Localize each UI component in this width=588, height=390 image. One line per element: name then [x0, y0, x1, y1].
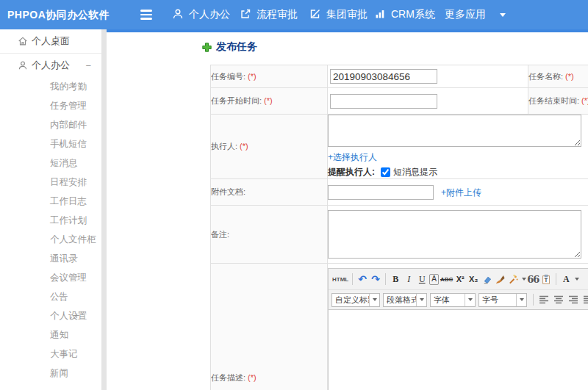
nav-item-workflow-approval[interactable]: 流程审批: [240, 0, 298, 29]
edit-square-icon: [309, 8, 321, 22]
note-label-cell: 备注:: [211, 206, 328, 264]
nav-item-personal-office[interactable]: 个人办公: [172, 0, 230, 29]
sms-remind-checkbox[interactable]: [381, 167, 390, 177]
description-label-cell: 任务描述:(*): [211, 264, 328, 390]
sidebar-item-personal-desktop[interactable]: 个人桌面: [0, 29, 101, 54]
dropdown-caret-icon: [516, 294, 526, 306]
editor-content-area[interactable]: [329, 310, 588, 390]
required-mark: (*): [248, 373, 257, 382]
dropdown-caret-icon: [416, 294, 426, 306]
top-nav: PHPOA协同办公软件 个人办公 流程审批: [0, 0, 588, 29]
task-form-table: 任务编号:(*) 任务名称:(*) 任务开始时间:(*) 任务结束时间:: [210, 65, 588, 390]
strikethrough-button[interactable]: ABC: [440, 272, 453, 286]
sidebar-item-personal-office[interactable]: 个人办公 −: [0, 54, 101, 77]
sidebar-item-mobile-sms[interactable]: 手机短信: [0, 134, 101, 154]
blockquote-button[interactable]: 66: [527, 272, 539, 286]
content-panel: 发布任务 任务编号:(*) 任务名称:(*) 任务开始时间:(*): [107, 29, 588, 390]
executor-field-cell: +选择执行人 提醒执行人: 短消息提示: [328, 115, 588, 179]
sidebar-item-internal-mail[interactable]: 内部邮件: [0, 115, 101, 134]
form-row-description: 任务描述:(*) HTML ↶ ↷ B I U: [211, 264, 588, 390]
font-color-button[interactable]: A: [560, 272, 572, 286]
page-title: 发布任务: [202, 40, 257, 54]
sidebar-item-personal-file-cabinet[interactable]: 个人文件柜: [0, 230, 101, 249]
align-justify-icon[interactable]: [583, 295, 588, 304]
font-size-dropdown[interactable]: 字号: [478, 293, 527, 307]
dropdown-label: 自定义标题: [332, 295, 369, 306]
sidebar: 个人桌面 个人办公 − 我的考勤 任务管理 内部邮件 手机短信 短消息 日程安排…: [0, 29, 101, 390]
subscript-button[interactable]: X₂: [467, 272, 479, 286]
note-textarea[interactable]: [328, 210, 581, 259]
required-mark: (*): [264, 96, 273, 105]
nav-item-group-approval[interactable]: 集团审批: [309, 0, 368, 29]
font-color-caret-icon[interactable]: [575, 278, 579, 281]
sidebar-item-major-events[interactable]: 大事记: [0, 344, 101, 364]
required-mark: (*): [240, 142, 248, 151]
paste-template-icon[interactable]: T: [540, 272, 552, 286]
executor-textarea[interactable]: [328, 115, 581, 147]
sidebar-item-task-management[interactable]: 任务管理: [0, 96, 101, 115]
sidebar-item-announcement[interactable]: 公告: [0, 287, 101, 306]
char-style-button[interactable]: A: [429, 274, 439, 285]
sidebar-item-label: 个人办公: [32, 59, 70, 72]
font-family-dropdown[interactable]: 字体: [430, 293, 476, 307]
remind-executor-label: 提醒执行人:: [328, 166, 375, 178]
choose-executor-link[interactable]: +选择执行人: [328, 151, 377, 164]
sidebar-item-personal-settings[interactable]: 个人设置 +: [0, 306, 101, 325]
rich-text-editor: HTML ↶ ↷ B I U A ABC X² X₂: [328, 268, 588, 390]
eraser-icon[interactable]: [481, 272, 492, 286]
task-number-input[interactable]: [330, 69, 437, 84]
menu-toggle-icon[interactable]: [140, 10, 154, 21]
magic-wand-icon[interactable]: [507, 272, 519, 286]
align-left-icon[interactable]: [539, 295, 549, 304]
nav-label: 流程审批: [257, 8, 298, 21]
form-row-attachment: 附件文档: +附件上传: [211, 179, 588, 206]
sidebar-item-work-log[interactable]: 工作日志: [0, 192, 101, 211]
form-row-note: 备注:: [211, 206, 588, 264]
sidebar-item-short-message[interactable]: 短消息: [0, 154, 101, 173]
field-label: 任务开始时间:: [211, 96, 262, 105]
note-field-cell: [328, 206, 588, 264]
editor-toolbar-row1: HTML ↶ ↷ B I U A ABC X² X₂: [329, 269, 588, 290]
sidebar-item-notice[interactable]: 通知: [0, 325, 101, 344]
nav-label: 集团审批: [326, 8, 368, 21]
custom-heading-dropdown[interactable]: 自定义标题: [331, 293, 380, 307]
collapse-minus-icon[interactable]: −: [85, 61, 91, 71]
toolbar-separator: [556, 273, 556, 285]
start-time-field-cell: [328, 88, 528, 115]
dropdown-label: 字号: [479, 295, 516, 306]
align-center-icon[interactable]: [553, 295, 564, 304]
sidebar-item-work-plan[interactable]: 工作计划: [0, 211, 101, 230]
task-number-field-cell: [328, 65, 528, 88]
bold-button[interactable]: B: [390, 272, 401, 286]
format-brush-icon[interactable]: [494, 272, 506, 286]
superscript-button[interactable]: X²: [454, 272, 466, 286]
attachment-input[interactable]: [328, 185, 434, 200]
align-right-icon[interactable]: [568, 295, 578, 304]
wand-dropdown-caret-icon[interactable]: [522, 278, 526, 281]
nav-label: 个人办公: [189, 8, 230, 21]
paragraph-format-dropdown[interactable]: 段落格式: [383, 293, 427, 307]
sidebar-item-my-attendance[interactable]: 我的考勤: [0, 77, 101, 96]
person-icon: [172, 8, 184, 22]
start-time-input[interactable]: [330, 94, 437, 109]
redo-button[interactable]: ↷: [370, 272, 381, 286]
caret-down-icon: [500, 13, 506, 17]
html-source-button[interactable]: HTML: [332, 272, 348, 286]
start-time-label-cell: 任务开始时间:(*): [211, 88, 328, 115]
dropdown-caret-icon: [369, 294, 379, 306]
expand-plus-icon[interactable]: +: [74, 311, 79, 320]
field-label: 备注:: [211, 230, 229, 239]
undo-button[interactable]: ↶: [356, 272, 368, 286]
nav-item-crm-system[interactable]: CRM系统: [374, 0, 435, 29]
italic-button[interactable]: I: [403, 272, 415, 286]
form-row-executor: 执行人:(*) +选择执行人 提醒执行人: 短消息提示: [211, 115, 588, 179]
sidebar-item-label: 个人桌面: [32, 35, 70, 48]
nav-item-more-apps[interactable]: 更多应用: [445, 0, 506, 29]
underline-button[interactable]: U: [416, 272, 428, 286]
sidebar-item-news[interactable]: 新闻: [0, 364, 101, 383]
sidebar-item-schedule[interactable]: 日程安排: [0, 173, 101, 192]
sidebar-item-meeting-management[interactable]: 会议管理: [0, 268, 101, 287]
nav-label: CRM系统: [391, 8, 435, 21]
sidebar-item-address-book[interactable]: 通讯录: [0, 249, 101, 268]
attachment-upload-link[interactable]: +附件上传: [441, 187, 481, 198]
